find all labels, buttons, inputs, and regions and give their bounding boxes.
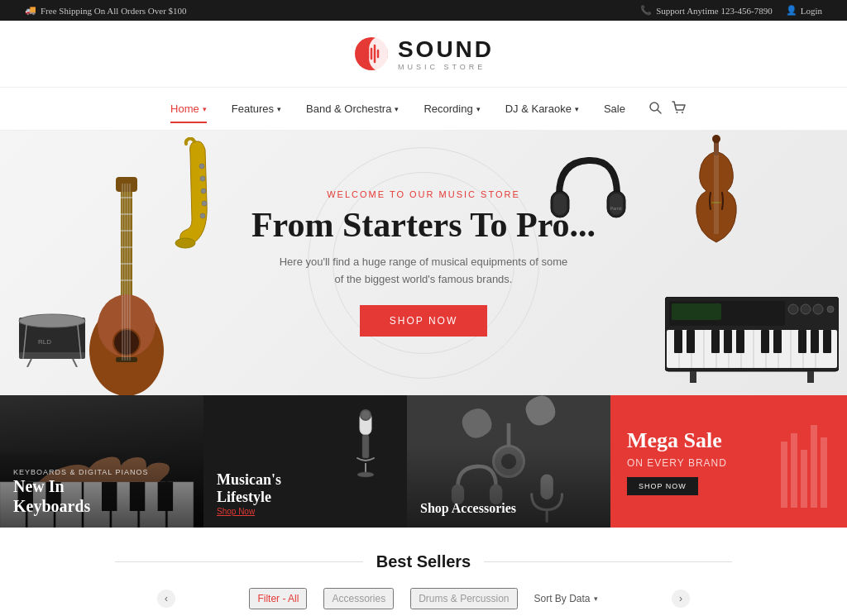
keyboard-instrument xyxy=(665,297,839,387)
promo-card-musician-link[interactable]: Shop Now xyxy=(217,507,394,516)
svg-rect-45 xyxy=(610,193,623,215)
svg-rect-83 xyxy=(690,371,696,383)
saxophone-instrument xyxy=(174,137,223,256)
user-icon: 👤 xyxy=(786,5,797,16)
search-icon[interactable] xyxy=(648,101,662,117)
svg-point-56 xyxy=(801,304,811,314)
promo-card-keyboards[interactable]: Keyboards & Digital Pianos New InKeyboar… xyxy=(0,395,203,528)
logo[interactable]: SOUND MUSIC STORE xyxy=(353,36,494,72)
svg-rect-76 xyxy=(724,330,732,353)
svg-rect-31 xyxy=(116,177,137,192)
svg-rect-114 xyxy=(821,437,827,508)
svg-text:RLD: RLD xyxy=(38,338,51,346)
svg-rect-12 xyxy=(19,318,85,324)
svg-rect-80 xyxy=(798,330,806,353)
svg-line-8 xyxy=(658,110,661,113)
svg-rect-82 xyxy=(823,330,831,353)
svg-text:Parrot: Parrot xyxy=(610,206,622,211)
svg-point-29 xyxy=(113,329,140,356)
svg-rect-53 xyxy=(665,297,839,371)
hero-content: WELCOME TO OUR MUSIC STORE From Starters… xyxy=(251,189,596,337)
nav-label-recording: Recording xyxy=(424,103,472,115)
svg-point-40 xyxy=(202,201,207,206)
chevron-down-icon: ▾ xyxy=(395,105,399,113)
promo-card-mega-sale[interactable]: Mega Sale On Every Brand SHOP NOW xyxy=(610,395,847,528)
nav-item-band[interactable]: Band & Orchestra ▾ xyxy=(296,96,409,122)
shop-now-button[interactable]: SHOP NOW xyxy=(360,305,487,337)
svg-rect-74 xyxy=(687,330,695,353)
promo-card-musician-overlay: Musican'sLifestyle Shop Now xyxy=(203,460,407,528)
svg-point-57 xyxy=(813,304,823,314)
nav-label-features: Features xyxy=(232,103,274,115)
svg-rect-77 xyxy=(736,330,744,353)
svg-rect-111 xyxy=(791,433,797,508)
svg-line-19 xyxy=(73,359,77,367)
svg-rect-79 xyxy=(773,330,782,353)
sort-dropdown[interactable]: Sort By Data ▾ xyxy=(534,593,598,604)
svg-point-10 xyxy=(682,112,683,113)
chevron-down-icon: ▾ xyxy=(594,595,598,603)
cart-icon[interactable] xyxy=(672,101,687,117)
support-info: 📞 Support Anytime 123-456-7890 xyxy=(640,5,773,16)
svg-point-28 xyxy=(98,294,156,357)
mega-sale-shop-button[interactable]: SHOP NOW xyxy=(627,477,698,495)
drum-instrument: RLD xyxy=(15,301,89,370)
shipping-info: 🚚 Free Shipping On All Orders Over $100 xyxy=(25,5,187,16)
svg-rect-59 xyxy=(672,303,721,320)
promo-card-keyboards-label: Keyboards & Digital Pianos xyxy=(13,468,190,476)
logo-icon xyxy=(353,36,390,72)
svg-line-16 xyxy=(77,318,81,359)
login-link[interactable]: 👤 Login xyxy=(786,5,822,16)
promo-card-keyboards-title: New InKeyboards xyxy=(13,476,190,516)
promo-card-accessories[interactable]: Shop Accessories xyxy=(407,395,610,528)
title-line-right xyxy=(484,561,732,562)
nav-item-sale[interactable]: Sale xyxy=(594,96,635,122)
top-bar: 🚚 Free Shipping On All Orders Over $100 … xyxy=(0,0,847,21)
filter-next-button[interactable]: › xyxy=(672,590,690,608)
svg-point-38 xyxy=(200,176,205,181)
svg-rect-100 xyxy=(362,435,369,458)
hero-title: From Starters To Pro... xyxy=(251,206,596,244)
best-sellers-title: Best Sellers xyxy=(376,552,471,571)
svg-rect-110 xyxy=(781,442,787,508)
svg-rect-60 xyxy=(667,330,837,368)
phone-icon: 📞 xyxy=(640,5,652,16)
svg-point-9 xyxy=(676,112,677,113)
svg-rect-44 xyxy=(607,191,625,217)
filter-drums-button[interactable]: Drums & Percussion xyxy=(410,588,517,609)
svg-point-49 xyxy=(712,135,720,143)
nav-item-recording[interactable]: Recording ▾ xyxy=(414,96,490,122)
nav-icons xyxy=(648,101,687,117)
nav-label-home: Home xyxy=(170,103,199,115)
svg-point-41 xyxy=(200,213,205,218)
sort-label: Sort By Data xyxy=(534,593,591,604)
chevron-down-icon: ▾ xyxy=(203,105,207,113)
main-nav: Home ▾ Features ▾ Band & Orchestra ▾ Rec… xyxy=(0,88,847,131)
filter-prev-button[interactable]: ‹ xyxy=(157,590,175,608)
svg-rect-75 xyxy=(711,330,720,353)
chevron-down-icon: ▾ xyxy=(575,105,579,113)
promo-card-musician[interactable]: Musican'sLifestyle Shop Now xyxy=(203,395,407,528)
svg-point-99 xyxy=(361,411,370,419)
violin-instrument xyxy=(682,135,752,254)
nav-label-band: Band & Orchestra xyxy=(306,103,391,115)
section-title-wrap: Best Sellers xyxy=(25,552,822,571)
hero-description: Here you'll find a huge range of musical… xyxy=(251,254,596,289)
nav-item-dj[interactable]: DJ & Karaoke ▾ xyxy=(495,96,589,122)
svg-rect-84 xyxy=(807,371,814,383)
filter-all-button[interactable]: Filter - All xyxy=(249,588,307,609)
svg-point-55 xyxy=(788,304,798,314)
svg-rect-73 xyxy=(674,330,682,353)
promo-card-musician-title: Musican'sLifestyle xyxy=(217,471,394,507)
header: SOUND MUSIC STORE xyxy=(0,21,847,88)
svg-rect-48 xyxy=(714,139,719,155)
filter-accessories-button[interactable]: Accessories xyxy=(323,588,394,609)
nav-item-home[interactable]: Home ▾ xyxy=(160,96,217,122)
promo-card-accessories-title: Shop Accessories xyxy=(420,500,597,516)
hero-section: RLD xyxy=(0,131,847,395)
svg-rect-112 xyxy=(801,450,807,508)
nav-item-features[interactable]: Features ▾ xyxy=(222,96,291,122)
svg-point-39 xyxy=(201,189,206,193)
svg-point-58 xyxy=(827,306,834,313)
svg-rect-30 xyxy=(116,357,137,362)
